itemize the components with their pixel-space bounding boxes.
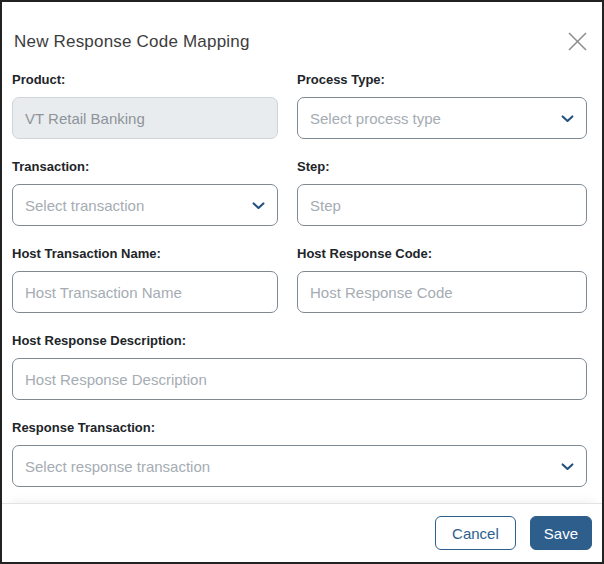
chevron-down-icon [561,112,574,125]
response-transaction-selected-value: Select response transaction [25,458,210,475]
process-type-selected-value: Select process type [310,110,441,127]
process-type-select[interactable]: Select process type [297,97,587,139]
row-transaction-step: Transaction: Select transaction Step: [12,159,587,226]
new-response-code-mapping-dialog: New Response Code Mapping Product: Proce… [0,0,604,564]
close-button[interactable] [564,28,590,54]
host-transaction-name-label: Host Transaction Name: [12,246,278,262]
field-host-transaction-name: Host Transaction Name: [12,246,278,313]
chevron-down-icon [252,199,265,212]
host-response-description-input[interactable] [12,358,587,400]
process-type-label: Process Type: [297,72,587,88]
host-response-description-label: Host Response Description: [12,333,587,349]
host-response-code-label: Host Response Code: [297,246,587,262]
product-label: Product: [12,72,278,88]
field-host-response-code: Host Response Code: [297,246,587,313]
dialog-body: Product: Process Type: Select process ty… [2,52,602,503]
dialog-title: New Response Code Mapping [14,32,590,52]
transaction-selected-value: Select transaction [25,197,144,214]
host-response-code-input[interactable] [297,271,587,313]
field-step: Step: [297,159,587,226]
field-product: Product: [12,72,278,139]
close-icon [567,31,588,52]
field-host-response-description: Host Response Description: [12,333,587,400]
row-host-response-description: Host Response Description: [12,333,587,400]
field-response-transaction: Response Transaction: Select response tr… [12,420,587,487]
save-button[interactable]: Save [530,516,592,550]
response-transaction-select[interactable]: Select response transaction [12,445,587,487]
chevron-down-icon [561,460,574,473]
product-input [12,97,278,139]
field-process-type: Process Type: Select process type [297,72,587,139]
host-transaction-name-input[interactable] [12,271,278,313]
row-hostname-hostcode: Host Transaction Name: Host Response Cod… [12,246,587,313]
transaction-select[interactable]: Select transaction [12,184,278,226]
row-product-processtype: Product: Process Type: Select process ty… [12,72,587,139]
step-input[interactable] [297,184,587,226]
step-label: Step: [297,159,587,175]
transaction-label: Transaction: [12,159,278,175]
dialog-footer: Cancel Save [2,503,602,562]
row-response-transaction: Response Transaction: Select response tr… [12,420,587,487]
dialog-header: New Response Code Mapping [2,2,602,52]
field-transaction: Transaction: Select transaction [12,159,278,226]
cancel-button[interactable]: Cancel [435,516,516,550]
response-transaction-label: Response Transaction: [12,420,587,436]
